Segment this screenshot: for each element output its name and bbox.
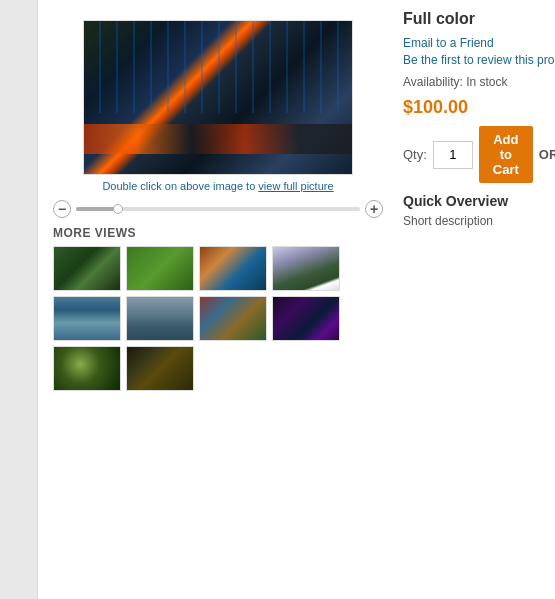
main-content: Double click on above image to view full… (38, 0, 555, 599)
left-column: Double click on above image to view full… (48, 10, 388, 589)
availability-label: Availability: (403, 75, 463, 89)
zoom-hint-text: Double click on above image to (102, 180, 255, 192)
thumbnail-10[interactable] (126, 346, 194, 391)
zoom-hint-link[interactable]: view full picture (258, 180, 333, 192)
product-links: Email to a Friend Be the first to review… (403, 36, 555, 67)
add-to-cart-button[interactable]: Add to Cart (479, 126, 533, 183)
thumbnail-8[interactable] (272, 296, 340, 341)
availability-value: In stock (466, 75, 507, 89)
thumb-image-7 (200, 297, 266, 340)
thumbnail-7[interactable] (199, 296, 267, 341)
thumb-image-10 (127, 347, 193, 390)
thumbnail-3[interactable] (199, 246, 267, 291)
thumb-image-3 (200, 247, 266, 290)
thumb-image-6 (127, 297, 193, 340)
zoom-hint: Double click on above image to view full… (48, 180, 388, 192)
email-friend-link[interactable]: Email to a Friend (403, 36, 555, 50)
thumbnail-4[interactable] (272, 246, 340, 291)
short-description: Short description (403, 214, 555, 228)
thumb-image-9 (54, 347, 120, 390)
thumbnail-1[interactable] (53, 246, 121, 291)
qty-label: Qty: (403, 147, 427, 162)
thumb-image-2 (127, 247, 193, 290)
product-title: Full color (403, 10, 555, 28)
more-views-label: MORE VIEWS (53, 226, 383, 240)
thumbnail-5[interactable] (53, 296, 121, 341)
left-sidebar (0, 0, 38, 599)
zoom-controls: − + (53, 200, 383, 218)
qty-input[interactable] (433, 141, 473, 169)
main-product-image[interactable] (84, 21, 352, 174)
zoom-slider[interactable] (76, 207, 360, 211)
right-column: Full color Email to a Friend Be the firs… (398, 10, 555, 589)
availability: Availability: In stock (403, 75, 555, 89)
thumbnail-2[interactable] (126, 246, 194, 291)
or-text: OR (539, 147, 555, 162)
quick-overview-title: Quick Overview (403, 193, 555, 209)
product-price: $100.00 (403, 97, 555, 118)
thumb-image-8 (273, 297, 339, 340)
thumbnails-grid (53, 246, 388, 391)
zoom-slider-thumb[interactable] (113, 204, 123, 214)
thumbnail-6[interactable] (126, 296, 194, 341)
thumb-image-4 (273, 247, 339, 290)
thumb-image-5 (54, 297, 120, 340)
thumbnail-9[interactable] (53, 346, 121, 391)
zoom-minus-button[interactable]: − (53, 200, 71, 218)
add-to-cart-row: Qty: Add to Cart OR A... (403, 126, 555, 183)
main-image-container[interactable] (83, 20, 353, 175)
review-link[interactable]: Be the first to review this product (403, 53, 555, 67)
page-wrapper: Double click on above image to view full… (0, 0, 555, 599)
zoom-plus-button[interactable]: + (365, 200, 383, 218)
thumb-image-1 (54, 247, 120, 290)
